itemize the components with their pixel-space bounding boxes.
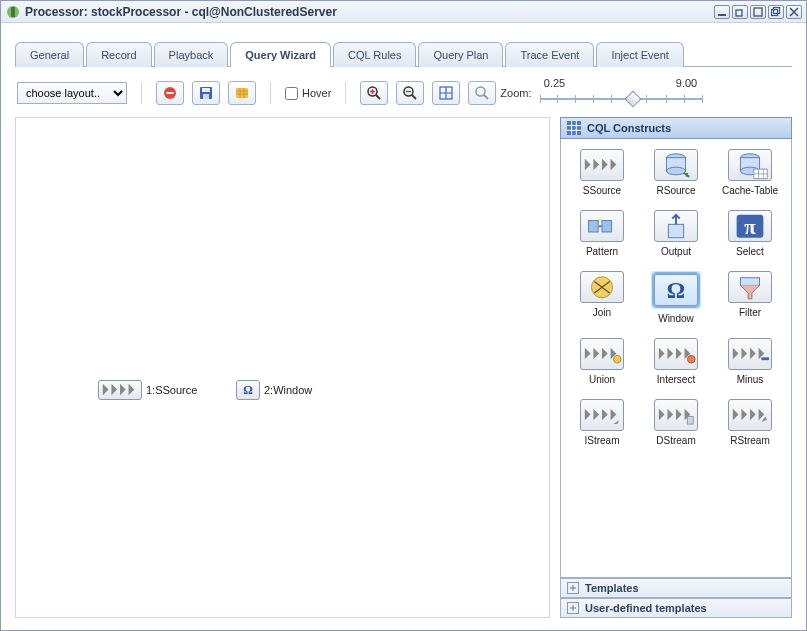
join-icon	[580, 271, 624, 303]
svg-rect-3	[736, 10, 742, 16]
palette-item-filter[interactable]: Filter	[715, 269, 785, 326]
palette-item-label: RSource	[657, 185, 696, 196]
istream-icon	[580, 399, 624, 431]
svg-rect-26	[589, 220, 599, 231]
window-icon: Ω	[654, 274, 698, 306]
rstream-icon	[728, 399, 772, 431]
clear-button[interactable]	[228, 81, 256, 105]
zoom-in-button[interactable]	[360, 81, 388, 105]
diagram-canvas[interactable]: 1:SSourceΩ2:Window	[15, 117, 550, 618]
palette-item-select[interactable]: πSelect	[715, 208, 785, 259]
tab-general[interactable]: General	[15, 42, 84, 67]
palette-item-intersect[interactable]: Intersect	[641, 336, 711, 387]
svg-rect-8	[167, 92, 174, 94]
maximize-button[interactable]	[750, 5, 766, 19]
canvas-node-window[interactable]: Ω2:Window	[236, 380, 312, 400]
svg-rect-36	[761, 358, 769, 361]
minimize-button[interactable]	[714, 5, 730, 19]
ssource-icon	[580, 149, 624, 181]
palette-header-user-templates[interactable]: User-defined templates	[560, 598, 792, 618]
tab-trace-event[interactable]: Trace Event	[505, 42, 594, 67]
window-buttons	[714, 5, 802, 19]
tab-cql-rules[interactable]: CQL Rules	[333, 42, 416, 67]
palette-item-label: RStream	[730, 435, 769, 446]
palette-item-label: SSource	[583, 185, 621, 196]
zoom-max: 9.00	[672, 77, 702, 89]
hover-label: Hover	[302, 87, 331, 99]
intersect-icon	[654, 338, 698, 370]
svg-rect-12	[236, 88, 248, 98]
canvas-node-label: 2:Window	[264, 384, 312, 396]
zoom-control: Zoom: 0.25 9.00	[500, 77, 701, 109]
rsource-icon	[654, 149, 698, 181]
restore-button[interactable]	[768, 5, 784, 19]
save-button[interactable]	[192, 81, 220, 105]
toolbar: choose layout.. Hover Zoom	[15, 67, 792, 117]
palette-item-window[interactable]: ΩWindow	[641, 269, 711, 326]
dstream-icon	[654, 399, 698, 431]
svg-text:Ω: Ω	[667, 278, 685, 303]
canvas-node-label: 1:SSource	[146, 384, 197, 396]
palette-item-istream[interactable]: IStream	[567, 397, 637, 448]
collapsed-icon	[567, 602, 579, 614]
restore-down-button[interactable]	[732, 5, 748, 19]
zoom-reset-button[interactable]	[468, 81, 496, 105]
filter-icon	[728, 271, 772, 303]
svg-rect-6	[772, 9, 778, 15]
tab-record[interactable]: Record	[86, 42, 151, 67]
svg-rect-28	[668, 224, 683, 237]
svg-rect-5	[774, 7, 780, 13]
svg-point-16	[476, 87, 485, 96]
palette-item-label: Minus	[737, 374, 764, 385]
palette-item-rstream[interactable]: RStream	[715, 397, 785, 448]
palette-header-templates[interactable]: Templates	[560, 578, 792, 598]
tab-inject-event[interactable]: Inject Event	[596, 42, 683, 67]
palette-header-cql[interactable]: CQL Constructs	[560, 117, 792, 139]
palette-item-label: Cache-Table	[722, 185, 778, 196]
svg-rect-18	[567, 121, 581, 135]
hover-checkbox-input[interactable]	[285, 87, 298, 100]
svg-rect-10	[202, 88, 210, 92]
close-button[interactable]	[786, 5, 802, 19]
palette-item-dstream[interactable]: DStream	[641, 397, 711, 448]
palette-item-cachetable[interactable]: Cache-Table	[715, 147, 785, 198]
palette-item-label: Join	[593, 307, 611, 318]
app-icon	[5, 4, 21, 20]
palette-item-rsource[interactable]: RSource	[641, 147, 711, 198]
hover-checkbox[interactable]: Hover	[285, 87, 331, 100]
svg-text:Ω: Ω	[243, 383, 253, 397]
svg-rect-4	[754, 8, 762, 16]
zoom-slider[interactable]	[540, 89, 702, 109]
app-window: Processor: stockProcessor - cql@NonClust…	[0, 0, 807, 631]
canvas-node-ssource[interactable]: 1:SSource	[98, 380, 197, 400]
palette-item-label: Output	[661, 246, 691, 257]
titlebar: Processor: stockProcessor - cql@NonClust…	[1, 1, 806, 23]
palette-title: CQL Constructs	[587, 122, 671, 134]
svg-point-21	[666, 167, 685, 175]
svg-rect-2	[718, 14, 726, 16]
palette-item-label: Intersect	[657, 374, 695, 385]
svg-point-35	[687, 356, 695, 364]
palette-item-pattern[interactable]: Pattern	[567, 208, 637, 259]
palette-item-ssource[interactable]: SSource	[567, 147, 637, 198]
zoom-min: 0.25	[540, 77, 570, 89]
palette-item-label: Union	[589, 374, 615, 385]
palette-item-union[interactable]: Union	[567, 336, 637, 387]
layout-select[interactable]: choose layout..	[17, 82, 127, 104]
palette: CQL Constructs SSourceRSourceCache-Table…	[560, 117, 792, 618]
delete-button[interactable]	[156, 81, 184, 105]
palette-item-output[interactable]: Output	[641, 208, 711, 259]
cachetable-icon	[728, 149, 772, 181]
minus-icon	[728, 338, 772, 370]
palette-item-label: IStream	[584, 435, 619, 446]
svg-rect-27	[602, 220, 612, 231]
zoom-fit-button[interactable]	[432, 81, 460, 105]
palette-item-join[interactable]: Join	[567, 269, 637, 326]
tab-query-wizard[interactable]: Query Wizard	[230, 42, 331, 67]
palette-item-minus[interactable]: Minus	[715, 336, 785, 387]
zoom-out-button[interactable]	[396, 81, 424, 105]
tab-bar: GeneralRecordPlaybackQuery WizardCQL Rul…	[15, 41, 792, 67]
collapsed-icon	[567, 582, 579, 594]
tab-query-plan[interactable]: Query Plan	[418, 42, 503, 67]
tab-playback[interactable]: Playback	[154, 42, 229, 67]
